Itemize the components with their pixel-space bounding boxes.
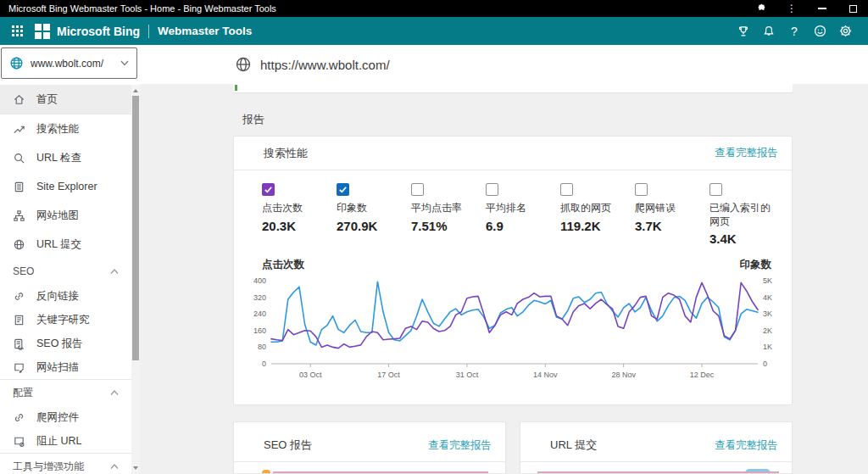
seo-chart-peek xyxy=(262,470,270,473)
smiley-feedback-icon[interactable] xyxy=(807,21,832,42)
svg-text:240: 240 xyxy=(253,309,266,318)
dashboard-content: 报告 搜索性能 查看完整报告 点击次数 20.3K 印象数 270.9K xyxy=(140,84,868,474)
sidebar-item-search-performance[interactable]: 搜索性能 xyxy=(0,114,131,143)
clicks-impressions-line-chart: 4003202401608005K4K3K2K1K003 Oct17 Oct31… xyxy=(242,272,787,386)
svg-text:400: 400 xyxy=(253,276,266,285)
svg-text:1K: 1K xyxy=(763,343,772,352)
chart-left-axis-title: 点击次数 xyxy=(262,258,304,272)
help-icon[interactable]: ? xyxy=(782,21,807,42)
sidebar-item-label: 阻止 URL xyxy=(36,434,81,449)
apps-grid-icon[interactable] xyxy=(12,25,23,36)
metric-clicks: 点击次数 20.3K xyxy=(262,183,337,246)
sidebar-item-block-urls[interactable]: 阻止 URL xyxy=(0,429,131,453)
sidebar-item-home[interactable]: 首页 xyxy=(0,85,131,114)
metric-label: 平均排名 xyxy=(486,202,560,215)
sidebar-item-sitemaps[interactable]: 网站地图 xyxy=(0,201,131,230)
sidebar-item-backlinks[interactable]: 反向链接 xyxy=(0,284,131,308)
card-title: URL 提交 xyxy=(550,438,715,453)
site-selector-dropdown[interactable]: www.wbolt.com/ xyxy=(1,47,137,79)
sidebar-item-label: SEO 报告 xyxy=(36,337,83,351)
section-label: 工具与增强功能 xyxy=(13,460,84,474)
metric-value: 20.3K xyxy=(262,219,337,233)
metric-label: 爬网错误 xyxy=(635,202,709,215)
report-icon xyxy=(13,337,25,350)
sidebar-item-label: URL 检查 xyxy=(36,151,81,165)
site-scan-icon xyxy=(13,361,25,374)
globe-icon xyxy=(235,56,252,73)
home-icon xyxy=(13,93,25,106)
sidebar-item-label: 网站地图 xyxy=(36,209,79,223)
url-chart-peek-line xyxy=(537,471,779,473)
sidebar-section-tools[interactable]: 工具与增强功能 xyxy=(0,454,131,474)
card-title: SEO 报告 xyxy=(264,438,428,453)
sidebar-item-seo-reports[interactable]: SEO 报告 xyxy=(0,332,131,355)
scrollbar-thumb[interactable] xyxy=(132,96,139,360)
window-title: Microsoft Bing Webmaster Tools - Home - … xyxy=(8,3,276,14)
sidebar-item-label: 关键字研究 xyxy=(36,313,90,327)
avg-ctr-checkbox[interactable] xyxy=(411,183,424,196)
pages-crawled-checkbox[interactable] xyxy=(560,183,573,196)
green-accent-tick xyxy=(235,85,237,91)
bell-icon[interactable] xyxy=(756,21,782,42)
globe-icon xyxy=(13,238,25,251)
browser-titlebar: Microsoft Bing Webmaster Tools - Home - … xyxy=(0,0,868,17)
sidebar-item-keyword-research[interactable]: 关键字研究 xyxy=(0,308,131,332)
app-header: Microsoft Bing Webmaster Tools ? xyxy=(0,17,868,45)
svg-text:3K: 3K xyxy=(763,309,772,318)
metric-label: 平均点击率 xyxy=(411,202,486,215)
sidebar-scrollbar[interactable] xyxy=(131,85,140,474)
scrolled-card-bottom xyxy=(233,84,793,92)
extension-puzzle-icon[interactable] xyxy=(754,2,768,15)
avg-position-checkbox[interactable] xyxy=(486,183,498,196)
sidebar-item-site-explorer[interactable]: Site Explorer xyxy=(0,172,131,201)
sidebar-section-configuration[interactable]: 配置 xyxy=(0,380,131,405)
menu-kebab-icon[interactable]: ⋮ xyxy=(785,2,798,15)
scroll-up-arrow[interactable] xyxy=(133,89,138,92)
metric-value: 119.2K xyxy=(560,219,635,233)
sidebar-item-label: 首页 xyxy=(36,92,58,107)
sidebar-section-seo[interactable]: SEO xyxy=(0,259,131,284)
minimize-icon[interactable] xyxy=(815,2,829,15)
svg-text:320: 320 xyxy=(253,293,266,302)
metric-avg-position: 平均排名 6.9 xyxy=(486,183,560,246)
site-globe-icon xyxy=(9,56,24,70)
scroll-down-arrow[interactable] xyxy=(133,466,138,470)
sidebar-item-url-submission[interactable]: URL 提交 xyxy=(0,230,131,259)
svg-text:5K: 5K xyxy=(763,276,772,285)
product-name: Webmaster Tools xyxy=(158,25,252,37)
metric-avg-ctr: 平均点击率 7.51% xyxy=(411,183,486,246)
sidebar-item-label: 爬网控件 xyxy=(36,410,79,425)
view-full-report-link[interactable]: 查看完整报告 xyxy=(715,438,778,453)
trophy-icon[interactable] xyxy=(731,21,756,42)
section-label: SEO xyxy=(13,265,34,277)
pages-indexed-checkbox[interactable] xyxy=(709,183,722,196)
sidebar: www.wbolt.com/ 首页 搜索性能 URL 检查 Site Explo… xyxy=(0,45,140,474)
crawl-control-icon xyxy=(13,411,25,424)
svg-text:17 Oct: 17 Oct xyxy=(377,371,400,379)
sitemap-icon xyxy=(13,209,25,222)
svg-text:0: 0 xyxy=(763,360,767,368)
settings-gear-icon[interactable] xyxy=(832,21,858,42)
svg-text:12 Dec: 12 Dec xyxy=(690,371,715,379)
svg-text:0: 0 xyxy=(262,360,266,368)
view-full-report-link[interactable]: 查看完整报告 xyxy=(715,146,778,160)
svg-text:80: 80 xyxy=(258,343,266,352)
sidebar-item-crawl-control[interactable]: 爬网控件 xyxy=(0,405,131,429)
chevron-up-icon xyxy=(110,390,119,396)
clicks-checkbox[interactable] xyxy=(262,183,275,196)
svg-text:03 Oct: 03 Oct xyxy=(299,371,322,379)
view-full-report-link[interactable]: 查看完整报告 xyxy=(428,438,492,453)
impressions-checkbox[interactable] xyxy=(337,183,349,196)
link-icon xyxy=(13,290,25,303)
sidebar-item-label: Site Explorer xyxy=(36,181,97,192)
bottom-cards-row: SEO 报告 查看完整报告 URL 提交 查看完整报告 xyxy=(233,421,793,474)
crawl-errors-checkbox[interactable] xyxy=(635,183,648,196)
metric-value: 7.51% xyxy=(411,219,486,233)
chart-right-axis-title: 印象数 xyxy=(740,258,772,272)
sidebar-item-url-inspection[interactable]: URL 检查 xyxy=(0,143,131,172)
main-area: https://www.wbolt.com/ 报告 搜索性能 查看完整报告 点击… xyxy=(140,45,868,474)
sidebar-item-site-scan[interactable]: 网站扫描 xyxy=(0,355,131,379)
keyword-doc-icon xyxy=(13,314,25,326)
metric-value: 3.4K xyxy=(709,231,784,246)
maximize-icon[interactable] xyxy=(846,2,860,15)
